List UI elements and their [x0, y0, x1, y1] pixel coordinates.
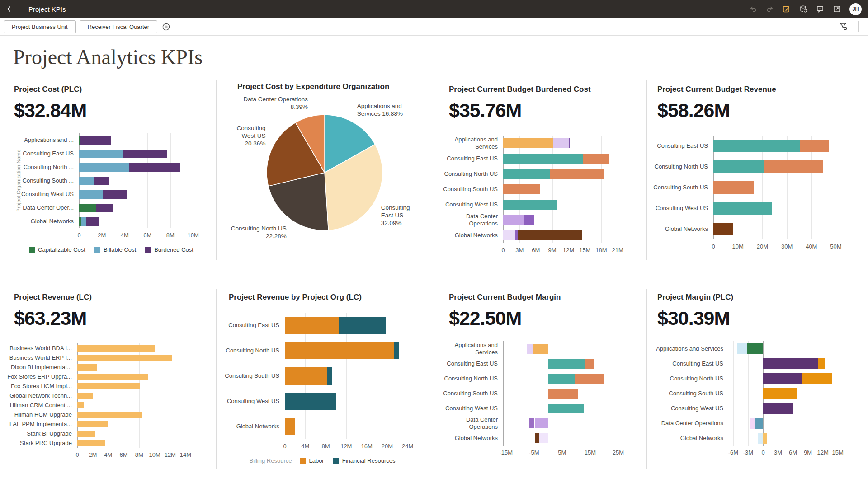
bar-segment[interactable] — [553, 138, 569, 148]
bar-segment[interactable] — [503, 184, 540, 194]
bar-segment[interactable] — [79, 190, 103, 199]
plot-area[interactable] — [503, 136, 625, 243]
filter-chip-receiver-fiscal-quarter[interactable]: Receiver Fiscal Quarter — [80, 20, 158, 33]
plot-area[interactable] — [285, 313, 420, 439]
bar-segment[interactable] — [758, 433, 763, 444]
bar-segment[interactable] — [77, 431, 95, 437]
bar-segment[interactable] — [763, 403, 793, 414]
bar-segment[interactable] — [548, 374, 575, 384]
bar-segment[interactable] — [79, 163, 129, 172]
bar-segment[interactable] — [103, 190, 127, 199]
bar-segment[interactable] — [713, 223, 733, 235]
plot-area[interactable] — [79, 133, 199, 228]
bar-segment[interactable] — [77, 374, 148, 380]
bar-segment[interactable] — [763, 358, 818, 369]
plot-area[interactable] — [503, 341, 629, 446]
bar-segment[interactable] — [763, 433, 767, 444]
bar-segment[interactable] — [569, 138, 570, 148]
bar-segment[interactable] — [327, 367, 332, 385]
bar-segment[interactable] — [94, 177, 109, 185]
redo-icon[interactable] — [766, 5, 774, 13]
bar-chart-project-cost[interactable]: Project Organization NameApplications an… — [14, 133, 205, 264]
back-button[interactable] — [0, 5, 21, 14]
bar-segment[interactable] — [575, 374, 604, 384]
bar-segment[interactable] — [77, 345, 155, 352]
bar-segment[interactable] — [285, 418, 295, 435]
bar-segment[interactable] — [548, 359, 585, 369]
bar-segment[interactable] — [123, 150, 167, 158]
bar-segment[interactable] — [79, 204, 96, 212]
legend-item[interactable]: Financial Resources — [333, 457, 396, 464]
bar-segment[interactable] — [764, 160, 823, 173]
bar-segment[interactable] — [77, 412, 142, 418]
plot-area[interactable] — [713, 136, 844, 239]
bar-segment[interactable] — [80, 136, 111, 145]
bar-segment[interactable] — [81, 217, 86, 226]
bar-segment[interactable] — [518, 230, 582, 240]
bar-segment[interactable] — [550, 169, 604, 179]
comments-icon[interactable] — [816, 5, 824, 13]
legend-item[interactable]: Capitalizable Cost — [29, 246, 85, 253]
bar-chart-budget-margin[interactable]: Applications andServicesConsulting East … — [449, 341, 634, 460]
bar-chart-budget-revenue[interactable]: Consulting East USConsulting North USCon… — [657, 136, 850, 254]
plot-area[interactable] — [77, 343, 195, 448]
avatar[interactable]: JH — [849, 3, 862, 15]
bar-segment[interactable] — [285, 367, 327, 385]
filter-funnel-button[interactable] — [839, 22, 848, 33]
dataset-refresh-icon[interactable] — [799, 5, 807, 13]
bar-segment[interactable] — [535, 433, 539, 443]
bar-segment[interactable] — [818, 358, 825, 369]
bar-segment[interactable] — [96, 204, 113, 212]
bar-segment[interactable] — [713, 181, 754, 194]
bar-segment[interactable] — [503, 215, 524, 225]
legend-item[interactable]: Labor — [300, 457, 324, 464]
bar-segment[interactable] — [524, 215, 534, 225]
bar-segment[interactable] — [285, 393, 336, 410]
edit-icon[interactable] — [783, 5, 791, 13]
plot-area[interactable] — [729, 341, 847, 446]
bar-segment[interactable] — [77, 393, 93, 399]
bar-segment[interactable] — [802, 373, 832, 384]
bar-segment[interactable] — [755, 418, 763, 429]
bar-segment[interactable] — [763, 373, 802, 384]
bar-segment[interactable] — [86, 217, 99, 226]
bar-segment[interactable] — [79, 150, 123, 158]
bar-segment[interactable] — [285, 317, 339, 334]
bar-chart-revenue-by-org[interactable]: Consulting East USConsulting North USCon… — [229, 313, 426, 475]
bar-segment[interactable] — [548, 404, 584, 413]
bar-segment[interactable] — [713, 160, 764, 173]
bar-segment[interactable] — [583, 154, 609, 164]
bar-chart-project-revenue[interactable]: Business World BDA I...Business World ER… — [14, 343, 200, 462]
bar-segment[interactable] — [533, 344, 548, 354]
bar-segment[interactable] — [77, 383, 140, 389]
bar-segment[interactable] — [77, 355, 172, 361]
bar-chart-budget-burdened-cost[interactable]: Applications andServicesConsulting East … — [449, 136, 631, 258]
bar-segment[interactable] — [539, 433, 548, 443]
bar-segment[interactable] — [77, 440, 105, 446]
legend-item[interactable]: Billable Cost — [94, 246, 136, 253]
legend-item[interactable]: Burdened Cost — [145, 246, 193, 253]
filter-chip-project-business-unit[interactable]: Project Business Unit — [4, 20, 76, 33]
bar-segment[interactable] — [285, 342, 394, 359]
bar-segment[interactable] — [713, 140, 800, 152]
bar-segment[interactable] — [527, 344, 533, 354]
bar-segment[interactable] — [503, 138, 553, 148]
bar-segment[interactable] — [535, 418, 548, 428]
bar-segment[interactable] — [129, 163, 180, 172]
bar-segment[interactable] — [713, 202, 772, 215]
pie-chart-cost-by-expenditure-org[interactable]: Applications andServices 16.88%Consultin… — [237, 95, 436, 259]
undo-icon[interactable] — [749, 5, 757, 13]
add-filter-button[interactable] — [162, 23, 170, 31]
bar-segment[interactable] — [77, 421, 108, 427]
bar-segment[interactable] — [503, 169, 550, 179]
bar-segment[interactable] — [503, 230, 515, 240]
bar-segment[interactable] — [737, 343, 747, 354]
bar-segment[interactable] — [503, 200, 557, 210]
bar-segment[interactable] — [548, 389, 578, 399]
bar-segment[interactable] — [529, 418, 535, 428]
bar-segment[interactable] — [763, 388, 797, 399]
bar-segment[interactable] — [750, 418, 755, 429]
bar-chart-project-margin[interactable]: Applications and ServicesConsulting East… — [657, 341, 853, 460]
bar-segment[interactable] — [503, 154, 583, 164]
bar-segment[interactable] — [339, 317, 386, 334]
